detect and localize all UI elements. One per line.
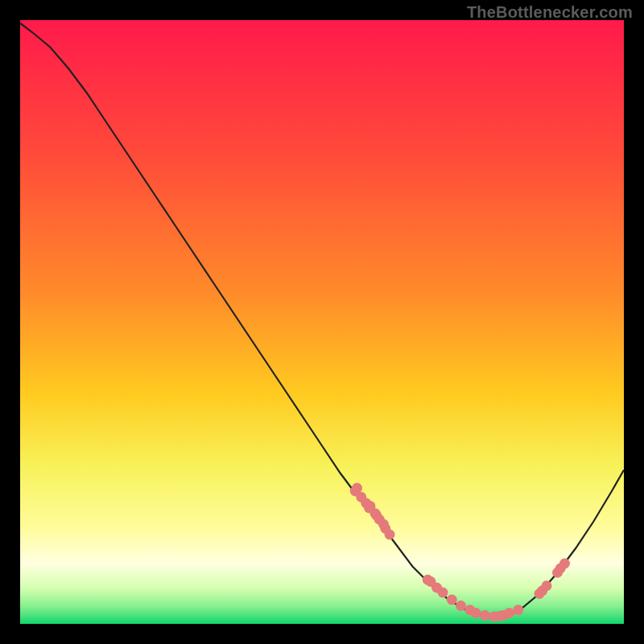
data-point [352,483,362,493]
chart-container: TheBottlenecker.com [0,0,644,644]
data-point [480,610,490,621]
gradient-background [20,20,624,624]
watermark-text: TheBottlenecker.com [467,3,633,22]
data-point [559,559,570,569]
data-point [542,580,552,591]
data-point [385,530,395,540]
data-point [513,605,523,615]
data-point [504,608,514,618]
data-point [447,595,457,605]
data-point [438,588,448,598]
data-point [471,608,481,618]
plot-area [20,20,624,624]
chart-svg [20,20,624,624]
data-point [456,601,466,611]
